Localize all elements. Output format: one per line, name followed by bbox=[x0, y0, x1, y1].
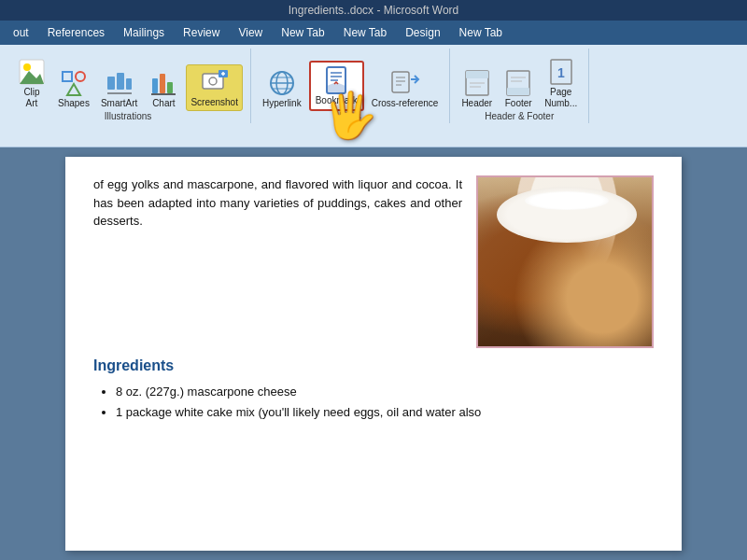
svg-rect-6 bbox=[107, 77, 115, 90]
cake-image-container bbox=[476, 175, 654, 348]
header-label: Header bbox=[461, 98, 492, 109]
ingredient-item-2: 1 package white cake mix (you'll likely … bbox=[116, 402, 654, 423]
header-footer-buttons: Header Footer bbox=[458, 49, 581, 111]
clip-art-icon bbox=[17, 57, 47, 87]
cake-frosting bbox=[497, 187, 637, 243]
shapes-button[interactable]: Shapes bbox=[54, 66, 93, 111]
page-number-icon: 1 bbox=[546, 57, 576, 87]
hyperlink-icon bbox=[267, 68, 297, 98]
screenshot-label: Screenshot bbox=[190, 97, 238, 108]
illustrations-label: Illustrations bbox=[105, 111, 152, 123]
links-group: Hyperlink Bookmark bbox=[251, 49, 450, 123]
svg-rect-34 bbox=[466, 71, 488, 78]
page-number-button[interactable]: 1 PageNumb... bbox=[541, 55, 581, 111]
cake-image bbox=[478, 177, 654, 348]
cross-reference-button[interactable]: Cross-reference bbox=[368, 66, 443, 111]
clip-art-label: ClipArt bbox=[23, 87, 39, 109]
links-buttons: Hyperlink Bookmark bbox=[259, 49, 442, 111]
title-text: Ingredients..docx - Microsoft Word bbox=[289, 4, 459, 17]
cross-reference-icon bbox=[390, 68, 420, 98]
chart-button[interactable]: Chart bbox=[145, 66, 182, 111]
svg-rect-8 bbox=[126, 78, 132, 90]
svg-rect-7 bbox=[117, 73, 124, 90]
bookmark-button[interactable]: Bookmark 🖐 bbox=[309, 61, 364, 111]
screenshot-button[interactable]: Screenshot bbox=[186, 64, 243, 111]
menu-item-out[interactable]: out bbox=[4, 23, 38, 42]
svg-rect-11 bbox=[160, 74, 165, 93]
svg-rect-10 bbox=[152, 78, 158, 93]
cross-reference-label: Cross-reference bbox=[372, 98, 439, 109]
ingredient-item-1: 8 oz. (227g.) mascarpone cheese bbox=[116, 382, 654, 402]
illustrations-buttons: ClipArt Shapes bbox=[13, 49, 243, 111]
svg-rect-12 bbox=[167, 82, 173, 93]
clip-art-button[interactable]: ClipArt bbox=[13, 55, 50, 111]
svg-rect-38 bbox=[507, 88, 529, 95]
ingredients-heading: Ingredients bbox=[93, 357, 654, 374]
menu-item-references[interactable]: References bbox=[38, 23, 114, 42]
menu-bar: out References Mailings Review View New … bbox=[0, 21, 747, 45]
chart-label: Chart bbox=[152, 98, 175, 109]
header-footer-label: Header & Footer bbox=[485, 111, 554, 123]
menu-item-newtab1[interactable]: New Tab bbox=[272, 23, 333, 42]
svg-rect-29 bbox=[392, 72, 409, 92]
menu-item-review[interactable]: Review bbox=[174, 23, 229, 42]
menu-item-view[interactable]: View bbox=[229, 23, 272, 42]
hand-pointer: 🖐 bbox=[322, 90, 378, 142]
svg-point-1 bbox=[23, 63, 31, 71]
ribbon: ClipArt Shapes bbox=[0, 45, 747, 147]
smartart-icon bbox=[105, 68, 134, 98]
title-bar: Ingredients..docx - Microsoft Word bbox=[0, 0, 747, 21]
footer-label: Footer bbox=[505, 98, 532, 109]
shapes-label: Shapes bbox=[58, 98, 90, 109]
menu-item-design[interactable]: Design bbox=[396, 23, 449, 42]
svg-text:1: 1 bbox=[557, 65, 565, 80]
menu-item-newtab2[interactable]: New Tab bbox=[334, 23, 396, 42]
hyperlink-label: Hyperlink bbox=[262, 98, 302, 109]
chart-icon bbox=[148, 68, 178, 98]
footer-icon bbox=[503, 68, 533, 98]
ribbon-content: ClipArt Shapes bbox=[0, 45, 747, 147]
illustrations-group: ClipArt Shapes bbox=[6, 49, 251, 123]
screenshot-icon bbox=[200, 67, 230, 97]
ingredients-list: 8 oz. (227g.) mascarpone cheese 1 packag… bbox=[116, 382, 654, 423]
menu-item-newtab3[interactable]: New Tab bbox=[450, 23, 512, 42]
svg-marker-5 bbox=[67, 84, 80, 95]
document-page: of egg yolks and mascarpone, and flavore… bbox=[65, 157, 682, 551]
shapes-icon bbox=[59, 68, 89, 98]
footer-button[interactable]: Footer bbox=[500, 66, 537, 111]
document-area: of egg yolks and mascarpone, and flavore… bbox=[0, 147, 747, 560]
menu-item-mailings[interactable]: Mailings bbox=[114, 23, 174, 42]
header-button[interactable]: Header bbox=[458, 66, 496, 111]
page-number-label: PageNumb... bbox=[544, 87, 577, 109]
svg-point-4 bbox=[76, 72, 85, 81]
smartart-button[interactable]: SmartArt bbox=[97, 66, 141, 111]
header-icon bbox=[462, 68, 492, 98]
hyperlink-button[interactable]: Hyperlink bbox=[259, 66, 305, 111]
header-footer-group: Header Footer bbox=[450, 49, 589, 123]
smartart-label: SmartArt bbox=[101, 98, 137, 109]
svg-rect-3 bbox=[63, 72, 72, 81]
